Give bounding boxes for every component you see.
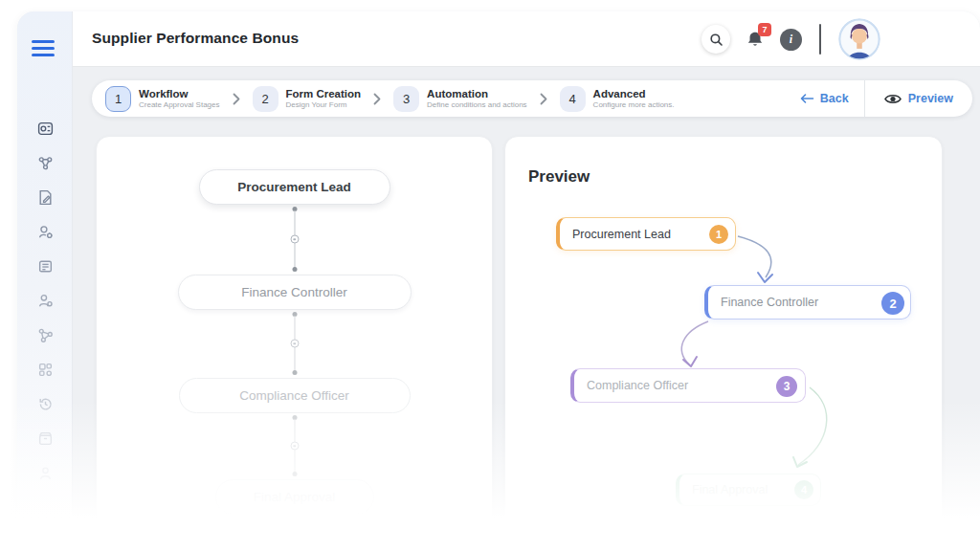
- step-number: 1: [105, 86, 131, 112]
- top-header: Supplier Performance Bonus 7 i: [73, 11, 980, 67]
- notifications-button[interactable]: 7: [742, 25, 768, 54]
- preview-node-finance-controller[interactable]: Finance Controller 2: [704, 285, 911, 320]
- members-icon[interactable]: [28, 455, 62, 490]
- preview-node-procurement-lead[interactable]: Procurement Lead 1: [556, 217, 736, 251]
- preview-button[interactable]: Preview: [865, 80, 972, 117]
- stage-node-procurement-lead[interactable]: Procurement Lead: [199, 169, 390, 205]
- preview-flow-arrows: [505, 137, 944, 531]
- back-label: Back: [820, 92, 849, 105]
- stage-order-badge: 4: [794, 480, 813, 499]
- arrow-left-icon: [800, 93, 814, 104]
- preview-node-compliance-officer[interactable]: Compliance Officer 3: [570, 368, 806, 403]
- back-button[interactable]: Back: [800, 92, 849, 105]
- step-advanced[interactable]: 4 Advanced Configure more actions.: [560, 86, 675, 112]
- user-avatar[interactable]: [838, 18, 880, 60]
- search-icon: [709, 33, 724, 47]
- stage-node-finance-controller[interactable]: Finance Controller: [178, 275, 412, 310]
- reports-icon[interactable]: [28, 249, 62, 283]
- eye-icon: [884, 93, 902, 105]
- search-button[interactable]: [702, 25, 730, 54]
- step-label: Workflow: [139, 87, 220, 100]
- workflow-stepper: 1 Workflow Create Approval Stages 2 Form…: [92, 80, 972, 117]
- preview-panel: Preview Procurement Lead 1 Finance Contr…: [504, 136, 943, 530]
- chevron-right-icon: [540, 93, 547, 105]
- share-icon[interactable]: [28, 318, 62, 352]
- step-description: Create Approval Stages: [139, 100, 220, 110]
- archive-icon[interactable]: [28, 421, 62, 455]
- step-description: Define conditions and actions: [427, 100, 527, 110]
- step-number: 4: [560, 86, 586, 112]
- step-description: Configure more actions.: [593, 100, 675, 110]
- preview-node-label: Compliance Officer: [574, 379, 688, 392]
- sidebar-nav: [17, 111, 73, 490]
- history-icon[interactable]: [28, 386, 62, 421]
- team-icon[interactable]: [28, 283, 62, 318]
- preview-node-label: Final Approval: [679, 483, 768, 496]
- preview-node-label: Procurement Lead: [560, 228, 671, 241]
- step-workflow[interactable]: 1 Workflow Create Approval Stages: [105, 86, 220, 112]
- step-number: 2: [253, 86, 278, 112]
- notification-count-badge: 7: [758, 23, 771, 36]
- stage-node-compliance-officer[interactable]: Compliance Officer: [179, 378, 411, 413]
- step-number: 3: [393, 86, 419, 112]
- stage-order-badge: 3: [776, 376, 797, 397]
- step-label: Form Creation: [286, 87, 362, 100]
- form-icon[interactable]: [28, 180, 62, 214]
- stage-node-final-approval[interactable]: Final Approval: [215, 479, 374, 515]
- workflow-builder-panel: Procurement Lead Finance Controller Comp…: [96, 136, 493, 530]
- stage-connector: [289, 207, 301, 272]
- workflow-icon[interactable]: [28, 145, 62, 180]
- preview-title: Preview: [528, 167, 590, 187]
- stage-order-badge: 2: [881, 292, 904, 315]
- stage-order-badge: 1: [709, 225, 728, 244]
- step-description: Design Your Form: [286, 100, 362, 110]
- step-form-creation[interactable]: 2 Form Creation Design Your Form: [253, 86, 362, 112]
- sidebar: [17, 11, 73, 517]
- chevron-right-icon: [233, 93, 240, 105]
- header-divider: [819, 24, 821, 55]
- stage-connector: [289, 415, 301, 476]
- step-automation[interactable]: 3 Automation Define conditions and actio…: [393, 86, 527, 112]
- preview-node-label: Finance Controller: [708, 296, 818, 309]
- step-label: Automation: [427, 87, 527, 100]
- app-root: Supplier Performance Bonus 7 i: [0, 0, 980, 551]
- approvals-icon[interactable]: [28, 214, 62, 249]
- dashboard-icon[interactable]: [28, 111, 62, 145]
- info-button[interactable]: i: [780, 29, 802, 51]
- stage-connector: [289, 312, 301, 375]
- hamburger-menu-icon[interactable]: [32, 40, 55, 56]
- step-label: Advanced: [593, 87, 675, 100]
- integrations-icon[interactable]: [28, 352, 62, 386]
- page-title: Supplier Performance Bonus: [92, 30, 299, 47]
- preview-label: Preview: [908, 92, 953, 105]
- chevron-right-icon: [373, 93, 381, 105]
- preview-node-final-approval[interactable]: Final Approval 4: [676, 474, 821, 506]
